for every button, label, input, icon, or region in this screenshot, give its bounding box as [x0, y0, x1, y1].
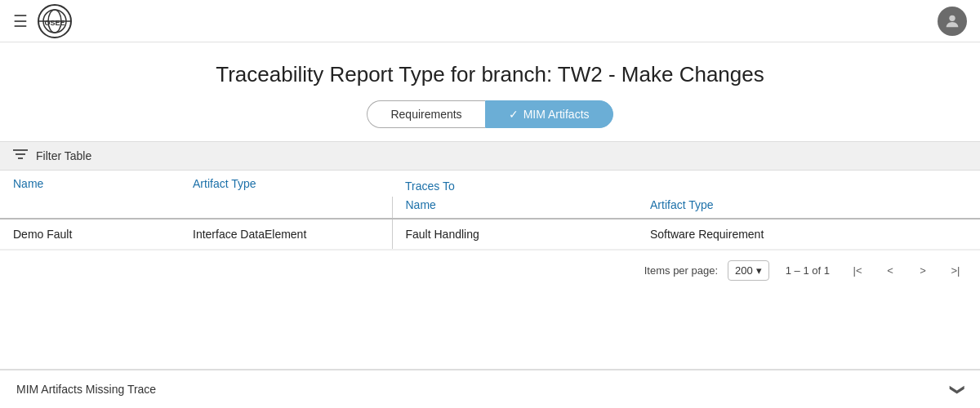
page-info: 1 – 1 of 1: [786, 264, 830, 277]
check-icon: ✓: [509, 108, 519, 121]
last-page-button[interactable]: >|: [944, 259, 967, 282]
items-per-page-select[interactable]: 200 ▾: [728, 260, 769, 281]
col-name-sub: [0, 197, 180, 219]
filter-bar[interactable]: Filter Table: [0, 141, 980, 171]
filter-label: Filter Table: [36, 149, 91, 162]
osee-logo: OSEE: [38, 4, 72, 38]
traces-artifact-header[interactable]: Artifact Type: [637, 197, 980, 219]
table-container: Name Artifact Type Traces To Name Artifa…: [0, 171, 980, 250]
traces-to-group-header: Traces To: [392, 171, 980, 197]
items-per-page-value: 200: [735, 264, 753, 277]
svg-text:OSEE: OSEE: [44, 19, 65, 27]
table-header-row-1: Name Artifact Type Traces To: [0, 171, 980, 197]
svg-point-5: [949, 15, 955, 20]
chevron-down-icon: ❯: [949, 384, 967, 396]
toggle-group: Requirements ✓MIM Artifacts: [0, 100, 980, 128]
row-name: Demo Fault: [0, 219, 180, 250]
first-page-button[interactable]: |<: [846, 259, 869, 282]
col-name-header[interactable]: Name: [0, 171, 180, 197]
table-row: Demo Fault Interface DataElement Fault H…: [0, 219, 980, 250]
collapsible-label: MIM Artifacts Missing Trace: [16, 383, 156, 396]
top-bar-left: ☰ OSEE: [13, 4, 72, 38]
col-artifact-header[interactable]: Artifact Type: [180, 171, 392, 197]
next-page-button[interactable]: >: [911, 259, 934, 282]
row-traces-artifact: Software Requirement: [637, 219, 980, 250]
filter-icon: [13, 149, 28, 163]
dropdown-arrow-icon: ▾: [756, 264, 762, 277]
row-traces-name: Fault Handling: [392, 219, 637, 250]
row-artifact-type: Interface DataElement: [180, 219, 392, 250]
hamburger-menu-icon[interactable]: ☰: [13, 11, 28, 31]
page-title: Traceability Report Type for branch: TW2…: [0, 62, 980, 87]
table-header-row-2: Name Artifact Type: [0, 197, 980, 219]
col-artifact-sub: [180, 197, 392, 219]
top-bar: ☰ OSEE: [0, 0, 980, 42]
pagination-bar: Items per page: 200 ▾ 1 – 1 of 1 |< < > …: [0, 250, 980, 290]
items-per-page-label: Items per page:: [644, 264, 718, 277]
prev-page-button[interactable]: <: [879, 259, 902, 282]
traces-name-header[interactable]: Name: [392, 197, 637, 219]
mim-artifacts-toggle-btn[interactable]: ✓MIM Artifacts: [485, 100, 613, 128]
mim-missing-trace-section[interactable]: MIM Artifacts Missing Trace ❯: [0, 369, 980, 408]
table-body: Demo Fault Interface DataElement Fault H…: [0, 219, 980, 250]
requirements-toggle-btn[interactable]: Requirements: [367, 100, 484, 128]
user-avatar[interactable]: [938, 7, 967, 36]
page-title-area: Traceability Report Type for branch: TW2…: [0, 42, 980, 100]
traceability-table: Name Artifact Type Traces To Name Artifa…: [0, 171, 980, 250]
